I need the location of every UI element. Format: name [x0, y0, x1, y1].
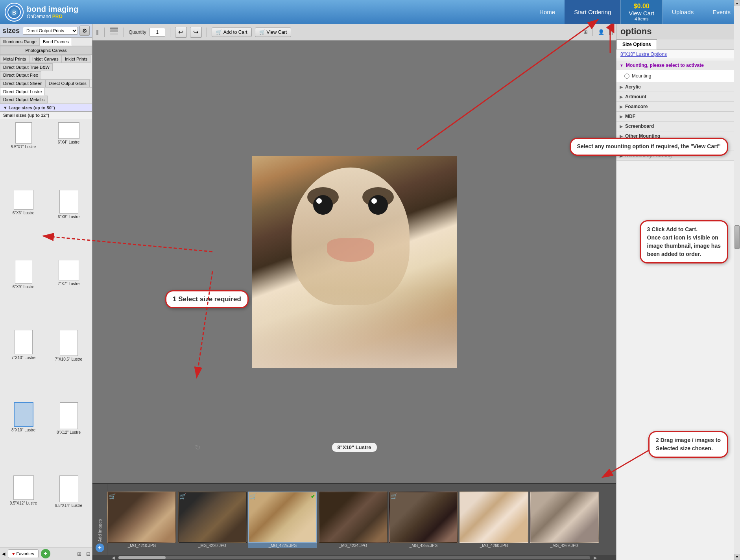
add-favorite-button[interactable]: +: [41, 549, 50, 558]
size-item-9-5x12[interactable]: 9.5"X12" Lustre: [2, 475, 45, 545]
start-ordering-button[interactable]: Start Ordering: [565, 0, 620, 24]
size-label-7x10-5: 7"X10.5" Lustre: [55, 357, 82, 361]
options-sub-link[interactable]: 8"X10" Lustre Options: [616, 50, 740, 59]
mounting-group-header[interactable]: ▼ Mounting, please select to activate: [616, 61, 740, 70]
tab-direct-output-sheen[interactable]: Direct Output Sheen: [0, 79, 46, 87]
tab-direct-output-true-bw[interactable]: Direct Output True B&W: [0, 63, 53, 71]
size-label-6x4: 6"X4" Lustre: [58, 140, 79, 144]
size-category-small[interactable]: Small sizes (up to 12"): [0, 112, 92, 119]
product-tabs: Illuminous Range Bond Frames Photographi…: [0, 38, 92, 104]
toolbar-left-icon: |||: [96, 29, 100, 35]
size-item-7x10[interactable]: 7"X10" Lustre: [2, 329, 45, 398]
film-thumb-4260[interactable]: _MG_4260.JPG: [460, 492, 528, 548]
add-images-button[interactable]: +: [96, 543, 104, 552]
foamcore-group-header[interactable]: ▶ Foamcore: [616, 102, 740, 111]
tab-inkjet-prints[interactable]: Inkjet Prints: [62, 55, 90, 63]
size-list-container: 5.5"X7" Lustre 6"X4" Lustre 6"X6" Lustre: [0, 119, 92, 547]
size-item-7x10-5[interactable]: 7"X10.5" Lustre: [47, 329, 90, 398]
toolbar-divider-2: [124, 28, 124, 37]
tab-bond-frames[interactable]: Bond Frames: [40, 38, 72, 46]
film-thumb-4225[interactable]: 🛒 ✔ _MG_4225.JPG: [248, 492, 317, 548]
lamination-group-header[interactable]: ▶ Lamination: [616, 141, 740, 151]
size-item-6x4[interactable]: 6"X4" Lustre: [47, 122, 90, 186]
tab-direct-output-gloss[interactable]: Direct Output Gloss: [46, 79, 90, 87]
right-panel: options ✕ Size Options 8"X10" Lustre Opt…: [616, 24, 740, 560]
quantity-input[interactable]: [149, 28, 165, 37]
sidebar-settings-button[interactable]: ⚙: [79, 26, 90, 36]
size-item-5-5x7[interactable]: 5.5"X7" Lustre: [2, 122, 45, 186]
add-images-label: Add images: [96, 484, 104, 543]
toolbar: ||| Quantity ↩ ↪ 🛒 Add to Cart 🛒: [92, 24, 616, 41]
size-item-9-5x14[interactable]: 9.5"X14" Lustre: [47, 475, 90, 545]
home-button[interactable]: Home: [530, 0, 565, 24]
redo-button[interactable]: ↪: [190, 27, 202, 38]
scroll-left-button[interactable]: ◀: [108, 555, 118, 560]
brand-name: bond imaging: [27, 5, 78, 14]
film-thumb-4255[interactable]: 🛒 _MG_4255.JPG: [389, 492, 458, 548]
tab-direct-output-flex[interactable]: Direct Output Flex: [0, 71, 41, 79]
undo-button[interactable]: ↩: [175, 27, 187, 38]
tab-metal-prints[interactable]: Metal Prints: [0, 55, 29, 63]
uploads-button[interactable]: Uploads: [662, 0, 703, 24]
film-strip-scrollbar[interactable]: ◀ ▶: [92, 555, 616, 560]
screenboard-group-header[interactable]: ▶ Screenboard: [616, 122, 740, 131]
size-thumb-9-5x14: [59, 475, 78, 502]
check-icon-4225: ✔: [311, 493, 316, 499]
film-thumb-4269[interactable]: _MG_4269.JPG: [530, 492, 599, 548]
film-strip: Add images + 🛒 _MG_4210.JPG: [92, 483, 616, 560]
film-thumb-4234[interactable]: _MG_4234.JPG: [319, 492, 388, 548]
toolbar-person-icon: 👤: [598, 29, 604, 35]
size-item-6x6[interactable]: 6"X6" Lustre: [2, 189, 45, 256]
acrylic-arrow-icon: ▶: [620, 85, 623, 89]
retouching-group-header[interactable]: ▶ Retouching/Proofing: [616, 151, 740, 160]
foamcore-group: ▶ Foamcore: [616, 102, 740, 112]
mounting-radio-input[interactable]: [624, 74, 629, 79]
add-images-sidebar: Add images +: [92, 484, 107, 555]
acrylic-group: ▶ Acrylic: [616, 82, 740, 92]
view-cart-nav-button[interactable]: $0.00 View Cart 4 items: [620, 0, 662, 24]
favorites-button[interactable]: ♥ Favorites: [8, 549, 39, 558]
size-item-8x10[interactable]: 8"X10" Lustre: [2, 402, 45, 472]
sidebar-header: sizes Direct Output Prints ⚙: [0, 24, 92, 38]
logo-text: bond imaging OnDemand PRO: [27, 5, 78, 19]
size-item-7x7[interactable]: 7"X7" Lustre: [47, 259, 90, 326]
film-thumb-name-4210: _MG_4210.JPG: [128, 543, 156, 548]
svg-text:B: B: [12, 9, 16, 16]
tab-row-5: Direct Output Sheen Direct Output Gloss: [0, 79, 92, 88]
size-label-overlay: 8"X10" Lustre: [332, 443, 376, 452]
tab-illuminous-range[interactable]: Illuminous Range: [0, 38, 40, 46]
other-mounting-group: ▶ Other Mounting: [616, 131, 740, 141]
scroll-thumb-horizontal[interactable]: [118, 556, 166, 559]
size-label-9-5x14: 9.5"X14" Lustre: [55, 503, 82, 508]
size-label-5-5x7: 5.5"X7" Lustre: [11, 145, 36, 149]
mounting-radio-label[interactable]: Mounting: [632, 73, 651, 79]
add-to-cart-button[interactable]: 🛒 Add to Cart: [212, 28, 252, 37]
tab-direct-output-metallic[interactable]: Direct Output Metallic: [0, 96, 48, 103]
artmount-group-header[interactable]: ▶ Artmount: [616, 92, 740, 101]
size-item-8x12[interactable]: 8"X12" Lustre: [47, 402, 90, 472]
cart-add-icon: 🛒: [216, 29, 222, 35]
acrylic-group-header[interactable]: ▶ Acrylic: [616, 82, 740, 92]
size-item-6x9[interactable]: 6"X9" Lustre: [2, 259, 45, 326]
film-thumb-name-4234: _MG_4234.JPG: [339, 543, 367, 548]
other-mounting-group-header[interactable]: ▶ Other Mounting: [616, 131, 740, 141]
view-cart-toolbar-button[interactable]: 🛒 View Cart: [255, 28, 292, 37]
product-type-select[interactable]: Direct Output Prints: [23, 27, 78, 35]
size-category-large[interactable]: ▼ Large sizes (up to 50"): [0, 104, 92, 112]
layers-icon: ⊞: [77, 551, 81, 557]
size-item-6x8[interactable]: 6"X8" Lustre: [47, 189, 90, 256]
mdf-group-header[interactable]: ▶ MDF: [616, 112, 740, 121]
size-label-6x8: 6"X8" Lustre: [58, 215, 79, 219]
film-thumb-name-4225: _MG_4225.JPG: [269, 543, 297, 548]
tab-row-1: Illuminous Range Bond Frames: [0, 38, 92, 46]
mounting-group-body: Mounting: [616, 70, 740, 82]
refresh-icon[interactable]: ↻: [195, 443, 201, 452]
tab-direct-output-lustre[interactable]: Direct Output Lustre: [0, 88, 45, 96]
film-thumb-4210[interactable]: 🛒 _MG_4210.JPG: [107, 492, 176, 548]
size-thumb-8x12: [60, 402, 78, 429]
scroll-right-button[interactable]: ▶: [590, 555, 600, 560]
size-options-tab[interactable]: Size Options: [616, 39, 657, 50]
film-thumb-4220[interactable]: 🛒 _MG_4220.JPG: [178, 492, 247, 548]
tab-photographic-canvas[interactable]: Photographic Canvas: [0, 46, 92, 55]
tab-inkjet-canvas[interactable]: Inkjet Canvas: [29, 55, 62, 63]
